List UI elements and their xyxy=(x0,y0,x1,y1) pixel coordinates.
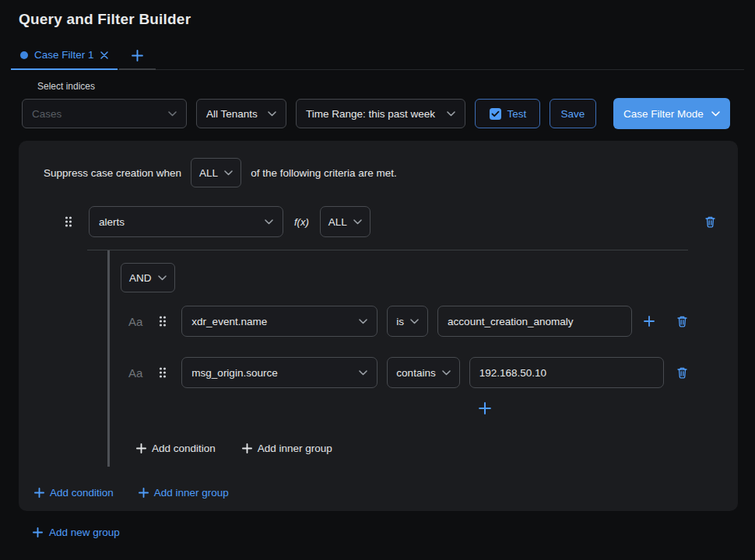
panel-actions: Add condition Add inner group xyxy=(34,487,725,499)
condition-row: Aa xdr_event.name is xyxy=(121,306,688,337)
add-inner-group-label: Add inner group xyxy=(258,443,332,454)
add-condition-button[interactable]: Add condition xyxy=(136,443,216,454)
group-fx-operator-value: ALL xyxy=(328,216,347,228)
add-new-group-label: Add new group xyxy=(49,527,120,538)
plus-icon xyxy=(132,50,143,61)
group-source-value: alerts xyxy=(99,216,125,228)
delete-condition-icon[interactable] xyxy=(676,315,688,327)
chevron-down-icon xyxy=(268,111,276,117)
test-label: Test xyxy=(507,108,527,120)
add-condition-inline-button[interactable] xyxy=(479,402,688,415)
tenant-value: All Tenants xyxy=(206,108,258,120)
chevron-down-icon xyxy=(442,370,451,376)
condition-operator-value: contains xyxy=(396,367,435,379)
add-new-group-button[interactable]: Add new group xyxy=(33,527,755,538)
logic-operator-value: AND xyxy=(129,272,152,284)
suppress-operator-value: ALL xyxy=(199,167,218,179)
tab-bar: Case Filter 1 xyxy=(11,44,744,70)
test-icon xyxy=(489,107,502,121)
mode-label: Case Filter Mode xyxy=(623,108,704,120)
add-inner-group-button[interactable]: Add inner group xyxy=(139,487,229,499)
tab-close-icon[interactable] xyxy=(100,51,108,59)
group-source-select[interactable]: alerts xyxy=(89,206,283,237)
chevron-down-icon xyxy=(224,170,233,176)
add-inner-group-label: Add inner group xyxy=(154,487,229,499)
group-fx-operator-select[interactable]: ALL xyxy=(320,206,370,237)
group-body: AND Aa xdr_event.name xyxy=(87,250,688,467)
suppress-prefix: Suppress case creation when xyxy=(44,167,181,179)
tab-status-dot-icon xyxy=(20,51,28,59)
condition-operator-select[interactable]: is xyxy=(387,306,428,337)
add-value-icon[interactable] xyxy=(644,316,655,327)
logic-operator-select[interactable]: AND xyxy=(121,263,175,292)
plus-icon xyxy=(136,443,146,453)
case-sensitivity-toggle[interactable]: Aa xyxy=(128,315,142,328)
chevron-down-icon xyxy=(353,219,362,225)
drag-handle-icon[interactable] xyxy=(64,215,73,228)
add-condition-label: Add condition xyxy=(50,487,114,499)
add-inner-group-button[interactable]: Add inner group xyxy=(242,443,332,454)
condition-operator-select[interactable]: contains xyxy=(387,357,459,388)
condition-field-value: msg_origin.source xyxy=(191,367,277,379)
tab-label: Case Filter 1 xyxy=(34,49,94,61)
suppress-operator-select[interactable]: ALL xyxy=(191,158,241,187)
delete-condition-icon[interactable] xyxy=(676,366,688,379)
condition-field-value: xdr_event.name xyxy=(191,316,267,327)
condition-value-input[interactable] xyxy=(469,357,664,388)
delete-group-icon[interactable] xyxy=(704,215,716,228)
chevron-down-icon xyxy=(168,111,177,117)
add-tab-button[interactable] xyxy=(119,50,156,70)
save-button[interactable]: Save xyxy=(550,99,596,128)
plus-icon xyxy=(242,443,252,453)
page-title: Query and Filter Builder xyxy=(19,11,755,28)
chevron-down-icon xyxy=(158,275,167,281)
group-inner: AND Aa xdr_event.name xyxy=(107,250,688,467)
logic-row: AND xyxy=(121,263,688,292)
chevron-down-icon xyxy=(359,319,367,324)
indices-placeholder: Cases xyxy=(32,108,61,120)
select-indices-label: Select indices xyxy=(37,81,755,92)
suppress-row: Suppress case creation when ALL of the f… xyxy=(44,158,725,187)
indices-select[interactable]: Cases xyxy=(22,99,187,128)
toolbar: Cases All Tenants Time Range: this past … xyxy=(22,98,730,129)
time-range-select[interactable]: Time Range: this past week xyxy=(296,99,465,128)
condition-field-select[interactable]: msg_origin.source xyxy=(181,357,378,388)
condition-row: Aa msg_origin.source contains xyxy=(121,357,688,388)
save-label: Save xyxy=(561,108,585,120)
group-header: alerts f(x) ALL xyxy=(64,206,725,237)
plus-icon xyxy=(139,488,149,498)
filter-builder-panel: Suppress case creation when ALL of the f… xyxy=(19,141,738,511)
chevron-down-icon xyxy=(265,219,273,225)
test-button[interactable]: Test xyxy=(475,99,540,128)
condition-field-select[interactable]: xdr_event.name xyxy=(181,306,378,337)
tenant-select[interactable]: All Tenants xyxy=(196,99,286,128)
condition-value-input[interactable] xyxy=(437,306,632,337)
add-condition-button[interactable]: Add condition xyxy=(34,487,114,499)
time-range-value: Time Range: this past week xyxy=(306,108,435,120)
drag-handle-icon[interactable] xyxy=(158,366,167,379)
case-filter-mode-button[interactable]: Case Filter Mode xyxy=(613,98,730,129)
case-sensitivity-toggle[interactable]: Aa xyxy=(128,366,142,380)
plus-icon xyxy=(33,527,43,537)
chevron-down-icon xyxy=(447,111,455,117)
plus-icon xyxy=(34,488,44,498)
suppress-suffix: of the following criteria are met. xyxy=(251,167,397,179)
chevron-down-icon xyxy=(711,111,720,117)
tab-case-filter-1[interactable]: Case Filter 1 xyxy=(11,49,118,70)
drag-handle-icon[interactable] xyxy=(158,315,167,327)
condition-operator-value: is xyxy=(396,316,404,327)
add-condition-label: Add condition xyxy=(152,443,216,454)
inner-group-actions: Add condition Add inner group xyxy=(136,443,688,454)
function-label: f(x) xyxy=(294,216,309,228)
chevron-down-icon xyxy=(359,370,367,376)
chevron-down-icon xyxy=(410,319,419,324)
